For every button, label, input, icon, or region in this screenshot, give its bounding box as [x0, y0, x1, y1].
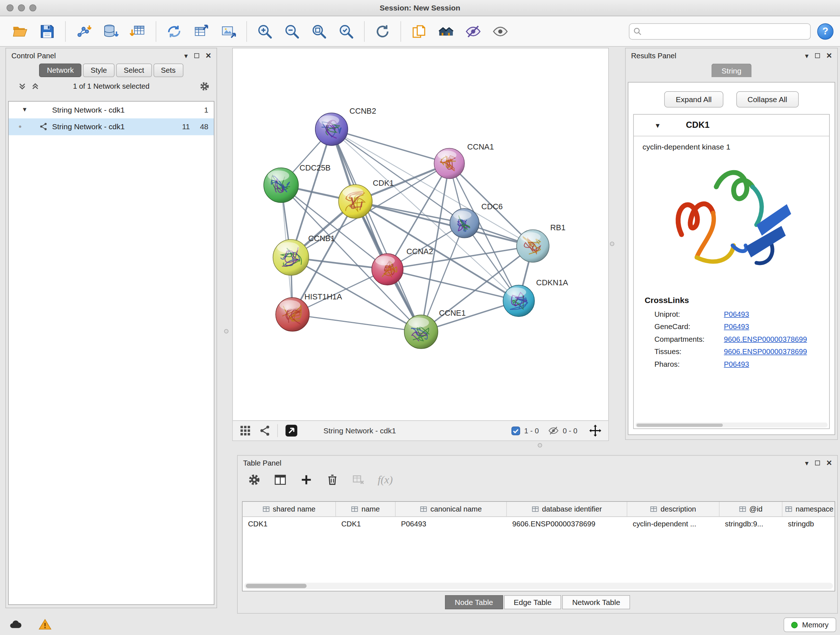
search-input[interactable] [629, 23, 811, 40]
help-button[interactable]: ? [817, 23, 834, 40]
table-hscrollbar[interactable] [244, 583, 833, 589]
network-node-hist1h1a[interactable]: HIST1H1A [276, 292, 342, 332]
tab-network-table[interactable]: Network Table [562, 595, 630, 609]
tab-style[interactable]: Style [83, 64, 114, 78]
table-row[interactable]: CDK1CDK1P064939606.ENSP00000378699cyclin… [243, 517, 835, 532]
collapse-all-button[interactable]: Collapse All [736, 91, 799, 108]
tab-node-table[interactable]: Node Table [445, 595, 503, 609]
crosslink-row: Uniprot:P06493 [634, 308, 829, 321]
network-edge[interactable] [332, 129, 450, 164]
panel-close-icon[interactable]: × [827, 458, 832, 467]
table-settings-gear-icon[interactable] [248, 473, 261, 487]
column-header-canonical-name[interactable]: canonical name [396, 502, 507, 516]
network-canvas[interactable]: CCNB2CCNA1CDC25BCDK1CDC6RB1CCNB1CCNA2CDK… [233, 49, 608, 421]
panel-float-icon[interactable] [815, 460, 820, 465]
tab-string[interactable]: String [711, 64, 752, 78]
column-header--id[interactable]: @id [720, 502, 783, 516]
column-header-namespace[interactable]: namespace [783, 502, 835, 516]
export-table-button[interactable] [188, 19, 215, 44]
zoom-in-button[interactable] [251, 19, 279, 44]
column-header-shared-name[interactable]: shared name [243, 502, 336, 516]
delete-column-icon[interactable] [325, 473, 339, 487]
network-view-icon[interactable] [259, 424, 271, 437]
function-builder-button[interactable]: f(x) [378, 473, 393, 486]
tab-sets[interactable]: Sets [153, 64, 183, 78]
column-header-description[interactable]: description [627, 502, 720, 516]
network-node-cdk1[interactable]: CDK1 [339, 179, 394, 218]
hidden-eye-slash-icon[interactable] [548, 425, 559, 436]
panel-collapse-icon[interactable]: ▾ [805, 52, 808, 59]
node-highlight [343, 187, 363, 197]
tab-edge-table[interactable]: Edge Table [504, 595, 561, 609]
section-collapse-icon[interactable]: ▼ [654, 122, 661, 129]
grid-view-icon[interactable] [240, 424, 251, 437]
expand-all-button[interactable]: Expand All [664, 91, 723, 108]
crosslink-row: GeneCard:P06493 [634, 320, 829, 333]
network-edge[interactable] [387, 269, 519, 301]
panel-close-icon[interactable]: × [827, 51, 832, 60]
column-label: database identifier [542, 505, 602, 513]
show-toggle-button[interactable] [487, 19, 514, 44]
panel-close-icon[interactable]: × [206, 51, 211, 60]
import-network-database-button[interactable] [97, 19, 125, 44]
string-home-button[interactable] [433, 19, 460, 44]
add-column-icon[interactable] [300, 473, 313, 487]
export-image-button[interactable] [215, 19, 242, 44]
network-options-gear-icon[interactable] [199, 81, 210, 92]
panel-float-icon[interactable] [815, 53, 820, 58]
pan-crosshair-icon[interactable] [589, 424, 602, 437]
network-node-rb1[interactable]: RB1 [516, 223, 565, 263]
birdseye-toggle-button[interactable] [284, 424, 298, 438]
results-hscrollbar[interactable] [636, 423, 828, 428]
zoom-out-button[interactable] [279, 19, 306, 44]
gene-section-header[interactable]: ▼ CDK1 [634, 115, 829, 136]
network-node-cdkn1a[interactable]: CDKN1A [503, 278, 568, 317]
title-bar[interactable]: Session: New Session [0, 0, 840, 16]
tree-expand-icon[interactable]: ▼ [22, 106, 27, 112]
memory-button[interactable]: Memory [783, 618, 836, 632]
zoom-fit-button[interactable] [306, 19, 333, 44]
crosslink-value[interactable]: P06493 [724, 310, 749, 318]
save-session-button[interactable] [34, 19, 61, 44]
open-session-button[interactable] [6, 19, 34, 44]
new-network-button[interactable] [161, 19, 188, 44]
refresh-button[interactable] [369, 19, 396, 44]
table-panel-title: Table Panel [243, 459, 281, 467]
splitter-handle[interactable] [538, 443, 542, 448]
network-row[interactable]: ● String Network - cdk1 11 48 [9, 119, 214, 135]
column-header-name[interactable]: name [336, 502, 396, 516]
tab-network[interactable]: Network [39, 64, 81, 78]
scrollbar-thumb[interactable] [246, 584, 307, 588]
network-edge[interactable] [332, 129, 422, 332]
splitter-handle[interactable] [224, 329, 229, 333]
cloud-icon[interactable] [9, 618, 23, 632]
hide-toggle-button[interactable] [460, 19, 487, 44]
scrollbar-thumb[interactable] [637, 423, 723, 426]
results-panel: Results Panel ▾ × String Expand All Coll… [625, 48, 838, 440]
network-node-ccna1[interactable]: CCNA1 [434, 142, 494, 179]
splitter-handle[interactable] [610, 242, 614, 246]
panel-float-icon[interactable] [194, 53, 199, 58]
crosslink-value[interactable]: 9606.ENSP00000378699 [724, 335, 807, 344]
column-header-database-identifier[interactable]: database identifier [507, 502, 627, 516]
tab-select[interactable]: Select [116, 64, 152, 78]
panel-collapse-icon[interactable]: ▾ [184, 52, 188, 59]
zoom-selected-button[interactable] [333, 19, 360, 44]
node-label: CCNE1 [439, 309, 466, 318]
network-node-cdc25b[interactable]: CDC25B [264, 163, 331, 203]
network-edge[interactable] [293, 315, 422, 332]
copy-documents-button[interactable] [406, 19, 433, 44]
toolbar-separator [65, 21, 66, 42]
edge-count: 48 [200, 122, 208, 131]
import-network-file-button[interactable] [70, 19, 97, 44]
warning-icon[interactable] [38, 618, 52, 632]
crosslink-value[interactable]: P06493 [724, 360, 749, 369]
import-table-button[interactable] [125, 19, 152, 44]
show-columns-icon[interactable] [273, 473, 287, 487]
crosslink-value[interactable]: P06493 [724, 323, 749, 331]
panel-collapse-icon[interactable]: ▾ [805, 459, 808, 466]
toolbar-separator [246, 21, 247, 42]
crosslink-value[interactable]: 9606.ENSP00000378699 [724, 348, 807, 356]
network-collection-row[interactable]: ▼ String Network - cdk1 1 [9, 102, 214, 119]
selected-checkbox-icon[interactable] [511, 426, 521, 435]
